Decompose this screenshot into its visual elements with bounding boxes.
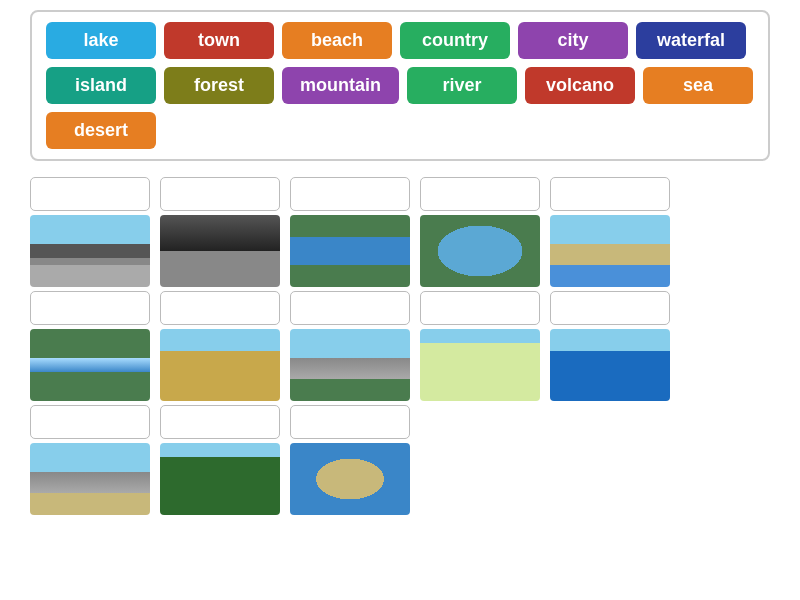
drop-zone-drop-lake[interactable] [420,177,540,211]
drop-item-drop-lake [420,177,540,287]
drop-image-drop-river [290,215,410,287]
chip-sea[interactable]: sea [643,67,753,104]
chip-desert[interactable]: desert [46,112,156,149]
chip-town[interactable]: town [164,22,274,59]
drop-image-drop-waterfall [30,329,150,401]
drop-zone-drop-river[interactable] [290,177,410,211]
chip-beach[interactable]: beach [282,22,392,59]
drop-image-drop-town [30,443,150,515]
chip-country[interactable]: country [400,22,510,59]
drop-zone-drop-island[interactable] [290,405,410,439]
main-container: laketownbeachcountrycitywaterfalislandfo… [0,0,800,529]
drop-item-drop-mountain2 [290,291,410,401]
drop-item-drop-volcano [160,177,280,287]
drop-item-drop-city [30,177,150,287]
drop-zone-drop-volcano[interactable] [160,177,280,211]
drop-item-drop-river [290,177,410,287]
drop-image-drop-lake [420,215,540,287]
chip-river[interactable]: river [407,67,517,104]
drop-zone-drop-desert[interactable] [160,291,280,325]
drop-item-drop-forest [160,405,280,515]
drop-zone-drop-forest[interactable] [160,405,280,439]
drop-zone-drop-beach[interactable] [550,177,670,211]
drop-image-drop-city [30,215,150,287]
drop-grid [30,177,770,519]
drop-image-drop-mountain2 [290,329,410,401]
drop-row-1 [30,291,770,401]
drop-item-drop-waterfall [30,291,150,401]
chip-waterfall[interactable]: waterfal [636,22,746,59]
drop-item-drop-desert [160,291,280,401]
drop-image-drop-desert [160,329,280,401]
drop-image-drop-country [420,329,540,401]
drop-image-drop-forest [160,443,280,515]
chip-island[interactable]: island [46,67,156,104]
drop-zone-drop-country[interactable] [420,291,540,325]
drop-image-drop-volcano [160,215,280,287]
chip-city[interactable]: city [518,22,628,59]
chip-forest[interactable]: forest [164,67,274,104]
drop-item-drop-town [30,405,150,515]
drop-zone-drop-waterfall[interactable] [30,291,150,325]
chip-mountain[interactable]: mountain [282,67,399,104]
drop-item-drop-beach [550,177,670,287]
drop-zone-drop-sea[interactable] [550,291,670,325]
drop-item-drop-country [420,291,540,401]
drop-item-drop-sea [550,291,670,401]
chip-volcano[interactable]: volcano [525,67,635,104]
drop-zone-drop-city[interactable] [30,177,150,211]
drop-zone-drop-mountain2[interactable] [290,291,410,325]
drop-image-drop-island [290,443,410,515]
drop-image-drop-sea [550,329,670,401]
drop-row-2 [30,405,770,515]
word-bank: laketownbeachcountrycitywaterfalislandfo… [30,10,770,161]
drop-zone-drop-town[interactable] [30,405,150,439]
drop-image-drop-beach [550,215,670,287]
chip-lake[interactable]: lake [46,22,156,59]
drop-row-0 [30,177,770,287]
drop-item-drop-island [290,405,410,515]
